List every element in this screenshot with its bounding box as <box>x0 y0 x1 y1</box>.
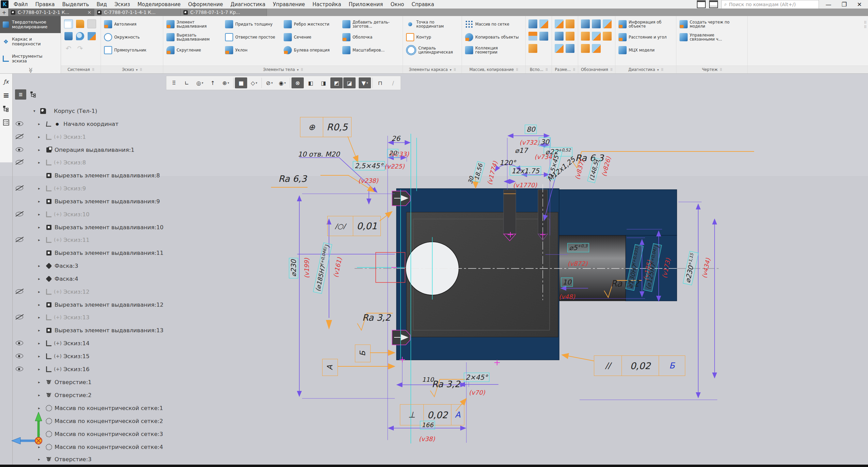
expander-icon[interactable]: ▸ <box>38 432 43 436</box>
expander-icon[interactable]: ▸ <box>38 238 43 242</box>
clip-view-button[interactable]: ◨ <box>317 77 330 88</box>
tab-document-1[interactable]: C-7788-07-1-1-2-1 К... × <box>8 9 94 16</box>
menu-view[interactable]: Вид <box>93 1 110 8</box>
menu-modeling[interactable]: Моделирование <box>134 1 184 8</box>
dim-30b[interactable]: 30 <box>467 176 475 185</box>
dim-d185h7[interactable]: (⌀185H7(+0,046)) <box>313 243 332 294</box>
section-view-button[interactable]: ◧ <box>304 77 317 88</box>
expander-icon[interactable]: ▸ <box>38 303 43 307</box>
tool-circle[interactable]: Окружность <box>103 31 161 43</box>
dim-variable[interactable]: (v1774) <box>486 160 499 186</box>
group-grip[interactable]: ⠿ <box>545 68 548 72</box>
holes-note[interactable]: 10 отв. М20 <box>298 150 340 158</box>
group-grip[interactable]: ⠿ <box>610 68 612 72</box>
angle-dimension-icon[interactable] <box>555 32 564 41</box>
tolerance-frame-icon[interactable] <box>592 44 601 53</box>
group-grip[interactable]: ⠿ <box>661 68 663 72</box>
visibility-eye-off-icon[interactable] <box>16 313 24 321</box>
tool-mass-properties[interactable]: МЦХ модели <box>617 44 675 56</box>
group-caret[interactable]: ▾ <box>136 68 138 72</box>
dim-d130h7[interactable]: ⌀130H7(+0,035) <box>626 244 644 291</box>
expander-icon[interactable]: ▸ <box>38 186 43 191</box>
visibility-eye-icon[interactable] <box>16 120 24 127</box>
tool-simple-hole[interactable]: Отверстие простое <box>224 31 282 43</box>
expander-icon[interactable]: ▸ <box>38 315 43 320</box>
tool-geometry-collection[interactable]: Коллекция геометрии <box>464 44 522 56</box>
dim-variable[interactable]: (v238) <box>358 177 378 184</box>
perspective-button[interactable]: ◉▾ <box>276 77 288 88</box>
expander-icon[interactable]: ▸ <box>38 406 43 410</box>
tool-extrude[interactable]: Элемент выдавливания <box>165 18 223 30</box>
dim-30[interactable]: 30 <box>539 137 551 147</box>
expander-icon[interactable]: ▸ <box>38 354 43 359</box>
dim-variable[interactable]: (v173) <box>661 258 672 279</box>
expander-icon[interactable]: ▸ <box>38 457 43 462</box>
auxiliary-axis-icon[interactable] <box>528 19 537 28</box>
menu-settings[interactable]: Настройка <box>309 1 345 8</box>
print-button[interactable] <box>64 32 73 40</box>
expander-icon[interactable]: ▸ <box>38 212 43 217</box>
dim-variable[interactable]: (v161) <box>332 257 343 278</box>
visibility-eye-icon[interactable] <box>16 146 24 153</box>
roughness-ra32-bottom[interactable]: Ra 3,2 <box>432 379 460 389</box>
roughness-ra32-left[interactable]: Ra 3,2 <box>362 312 390 323</box>
radius-dimension-icon[interactable] <box>566 32 574 41</box>
minimize-button[interactable]: — <box>822 1 835 8</box>
dim-variable[interactable]: (v732) <box>519 139 539 146</box>
tab-document-3[interactable]: C-7788-07-1-1-7 Кр... <box>181 9 267 16</box>
tool-contour[interactable]: Контур <box>405 31 463 43</box>
group-caret[interactable]: ▾ <box>450 68 451 72</box>
variables-fx-button[interactable]: ƒx <box>2 77 11 86</box>
dim-variable[interactable]: (v70) <box>469 389 485 396</box>
tree-panel-button[interactable] <box>2 104 11 113</box>
datum-flag-B[interactable]: Б <box>355 345 371 362</box>
tool-rectangle[interactable]: Прямоугольник <box>103 44 161 56</box>
dim-10[interactable]: 10 <box>561 278 573 287</box>
dim-thread-pitch[interactable]: 12x1.75 <box>510 166 541 176</box>
thread-designation-icon[interactable] <box>592 19 601 28</box>
dim-variable[interactable]: (v199) <box>303 258 310 278</box>
dim-26[interactable]: 26 <box>391 134 400 143</box>
save-as-button[interactable] <box>88 32 96 40</box>
cylinder-note-icon[interactable] <box>581 19 590 28</box>
expander-icon[interactable]: ▸ <box>38 225 43 230</box>
group-caret[interactable]: ▾ <box>297 68 299 72</box>
visibility-eye-icon[interactable] <box>16 352 24 360</box>
menu-diagnostics[interactable]: Диагностика <box>227 1 269 8</box>
tool-copy-objects[interactable]: Копировать объекты <box>464 31 522 43</box>
main-menu-hamburger-button[interactable]: ≡ <box>2 91 11 100</box>
visibility-eye-off-icon[interactable] <box>16 288 24 295</box>
expander-icon[interactable]: ▸ <box>38 135 43 139</box>
marking-flag-icon[interactable] <box>581 44 590 53</box>
roughness-ra63-left[interactable]: Ra 6,3 <box>278 174 306 184</box>
tool-boolean[interactable]: Булева операция <box>283 44 341 56</box>
dim-20[interactable]: 20 <box>387 149 399 158</box>
panel-settings-icon[interactable] <box>709 0 718 8</box>
datum-flag-A[interactable]: А <box>322 359 338 376</box>
tool-distance-angle[interactable]: Расстояние и угол <box>617 31 675 43</box>
save-button[interactable] <box>87 19 96 28</box>
orientation-button[interactable]: ⊕▾ <box>220 77 232 88</box>
normal-to-button[interactable]: ↑ <box>207 77 219 88</box>
menu-sketch[interactable]: Эскиз <box>111 1 134 8</box>
expander-icon[interactable]: ▾ <box>33 109 38 113</box>
dim-d5[interactable]: ⌀5+0,3 <box>567 243 589 252</box>
dim-variable[interactable]: (v48) <box>559 293 575 300</box>
position-tolerance-frame[interactable]: ⊕ R0,5 <box>300 117 351 137</box>
visibility-eye-icon[interactable] <box>16 365 24 373</box>
expander-icon[interactable]: ▸ <box>38 277 43 281</box>
visibility-eye-off-icon[interactable] <box>16 184 24 192</box>
curve-points-icon[interactable] <box>528 44 537 53</box>
chain-dimension-icon[interactable] <box>566 44 574 53</box>
tab-document-2[interactable]: C-7788-07-1-1-4-1 К... <box>94 9 181 16</box>
tab-close-icon[interactable]: × <box>87 10 91 15</box>
dim-variable[interactable]: (v872) <box>567 260 587 267</box>
group-grip[interactable]: ⠿ <box>301 68 303 72</box>
expander-icon[interactable]: ▸ <box>38 367 43 371</box>
tool-shell[interactable]: Оболочка <box>341 31 399 43</box>
tool-create-drawing[interactable]: Создать чертеж по модели <box>678 18 736 30</box>
group-grip[interactable]: ⠿ <box>720 68 722 72</box>
mode-solid-modeling[interactable]: Твердотельное моделирование <box>0 16 61 33</box>
menu-window[interactable]: Окно <box>387 1 408 8</box>
roughness-icon[interactable] <box>592 32 601 41</box>
